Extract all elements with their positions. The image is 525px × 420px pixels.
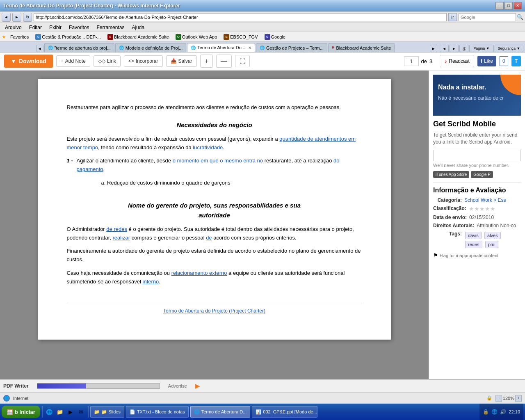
- flag-link[interactable]: Flag for inappropriate content: [440, 253, 499, 258]
- tab-1-icon: 🌐: [119, 46, 124, 50]
- pdf-writer-bar: PDF Writer Advertise ▶: [0, 379, 525, 392]
- download-button[interactable]: ▼ Download: [4, 55, 53, 68]
- back-button[interactable]: ◄: [2, 13, 11, 22]
- taskbar-right: 🔒 🌐 🔊 22:10: [479, 404, 523, 420]
- fav-outlook-icon: O: [176, 34, 181, 40]
- tags-container: davis alves redes pmi: [464, 231, 521, 249]
- download-icon: ▼: [11, 58, 16, 64]
- status-bar: 🌐 Internet 🔒 − 120% +: [0, 392, 525, 404]
- link-button[interactable]: ◇◇ Link: [94, 55, 121, 67]
- section1-para: Este projeto será desenvolvido a fim de …: [67, 135, 362, 152]
- tag-pmi[interactable]: pmi: [485, 241, 498, 248]
- favorites-label[interactable]: Favoritos: [8, 34, 31, 40]
- forward-button[interactable]: ►: [12, 13, 21, 22]
- page-indicator: de 3: [404, 56, 433, 66]
- section1-heading: Necessidades do negócio: [67, 120, 362, 130]
- title-text: Termo de Abertura Do Projeto (Project Ch…: [3, 3, 180, 9]
- tab-3[interactable]: 🌐 Gestão de Projetos – Term...: [256, 43, 327, 52]
- menu-arquivo[interactable]: Arquivo: [2, 24, 25, 31]
- tab-scroll-right[interactable]: ►: [430, 45, 437, 52]
- facebook-icon: f: [481, 58, 482, 64]
- document-area[interactable]: Restaurantes para agilizar o processo de…: [0, 71, 429, 379]
- ad-banner[interactable]: Nada a instalar. Não é necessário cartão…: [433, 75, 521, 116]
- info-row-classificacao: Classificação: ★★★★★: [433, 205, 521, 212]
- zoom-in-button[interactable]: +: [200, 55, 213, 68]
- title-bar: Termo de Abertura Do Projeto (Project Ch…: [0, 0, 525, 11]
- taskbar-icon-folder[interactable]: 📁: [55, 407, 65, 417]
- taskbar-notepad[interactable]: 📄 TXT.txt - Bloco de notas: [126, 406, 189, 418]
- menu-editar[interactable]: Editar: [26, 24, 45, 31]
- address-input[interactable]: [34, 13, 447, 21]
- zoom-in-status[interactable]: +: [515, 395, 522, 402]
- maximize-button[interactable]: □: [504, 2, 513, 9]
- fav-outlook[interactable]: O Outlook Web App: [173, 33, 219, 41]
- categoria-label: Categoria:: [433, 197, 462, 203]
- doc-footer-link[interactable]: Termo de Abertura do Projeto (Project Ch…: [163, 308, 265, 314]
- tab-4[interactable]: B Blackboard Academic Suite: [328, 43, 395, 52]
- tab-1[interactable]: 🌐 Modelo e definição de Proj...: [115, 43, 186, 52]
- start-button[interactable]: 🪟 b Iniciar: [2, 406, 40, 418]
- page-number-input[interactable]: [404, 56, 419, 66]
- salvar-button[interactable]: 📥 Salvar: [166, 55, 197, 67]
- facebook-like-button[interactable]: f Like: [477, 56, 496, 66]
- fullscreen-button[interactable]: ⛶: [235, 55, 250, 67]
- tab-toolbar-security[interactable]: Segurança ▼: [495, 45, 523, 52]
- tab-toolbar-print[interactable]: 🖨: [459, 45, 468, 52]
- readcast-button[interactable]: ♪ Readcast: [440, 55, 474, 67]
- get-scribd-title: Get Scribd Mobile: [433, 120, 521, 128]
- taskbar-icon-mail[interactable]: ✉: [76, 407, 86, 417]
- tab-toolbar-left[interactable]: ◄: [440, 45, 449, 52]
- salvar-icon: 📥: [171, 58, 177, 64]
- tab-toolbar-page[interactable]: Página ▼: [469, 45, 494, 52]
- taskbar-ie-icon: 🌐: [194, 409, 200, 415]
- taskbar-slides[interactable]: 📁 📁 Slides: [90, 406, 124, 418]
- tab-2[interactable]: 🌐 Termo de Abertura Do ... ✕: [187, 43, 255, 52]
- phone-hint: We'll never share your phone number.: [433, 163, 521, 168]
- taskbar-icon-ie[interactable]: 🌐: [44, 407, 54, 417]
- fav-blackboard[interactable]: B Blackboard Academic Suite: [105, 33, 171, 41]
- tab-0-icon: 🌐: [48, 46, 53, 50]
- menu-favoritos[interactable]: Favoritos: [66, 24, 92, 31]
- tab-0[interactable]: 🌐 "termo de abertura do proj...: [44, 43, 114, 52]
- tab-toolbar-right[interactable]: ►: [450, 45, 459, 52]
- tab-scroll-left[interactable]: ◄: [36, 45, 43, 52]
- tag-davis[interactable]: davis: [465, 232, 482, 239]
- favorites-star-icon: ★: [2, 34, 6, 40]
- menu-ajuda[interactable]: Ajuda: [128, 24, 148, 31]
- tag-alves[interactable]: alves: [484, 232, 501, 239]
- google-play-badge[interactable]: Google P: [471, 171, 493, 178]
- tab-2-close[interactable]: ✕: [248, 46, 251, 50]
- fav-blackboard-icon: B: [107, 34, 113, 40]
- add-note-button[interactable]: + Add Note: [56, 55, 90, 67]
- info-section: Informação e Avaliação Categoria: School…: [433, 182, 521, 258]
- fav-google[interactable]: G Google: [262, 33, 288, 41]
- twitter-button[interactable]: T: [511, 56, 521, 66]
- close-button[interactable]: ✕: [514, 2, 522, 9]
- categoria-value[interactable]: School Work > Ess: [464, 197, 506, 203]
- zoom-out-status[interactable]: −: [495, 395, 502, 402]
- phone-input[interactable]: [433, 150, 521, 161]
- pdf-progress-bar: [37, 383, 160, 389]
- taskbar-ie-active[interactable]: 🌐 Termo de Abertura D...: [190, 406, 251, 418]
- info-row-tags: Tags: davis alves redes pmi: [433, 231, 521, 249]
- zoom-out-button[interactable]: —: [216, 55, 232, 68]
- search-input[interactable]: [459, 13, 516, 21]
- info-row-direitos: Direitos Autorais: Attribution Non-co: [433, 223, 521, 228]
- fav-ebsco[interactable]: E EBSCO_FGV: [221, 33, 260, 41]
- fav-gestao[interactable]: G Gestão & Produção .. DEP-...: [33, 33, 103, 41]
- menu-ferramentas[interactable]: Ferramentas: [93, 24, 128, 31]
- ads-label: Advertise: [168, 383, 187, 388]
- incorporar-button[interactable]: <> Incorporar: [124, 55, 163, 67]
- minimize-button[interactable]: —: [495, 2, 504, 9]
- tag-redes[interactable]: redes: [465, 241, 482, 248]
- menu-exibir[interactable]: Exibir: [46, 24, 65, 31]
- taskbar-icon-media[interactable]: ▶: [66, 407, 75, 417]
- tab-2-icon: 🌐: [191, 46, 196, 50]
- tab-bar: ◄ 🌐 "termo de abertura do proj... 🌐 Mode…: [0, 42, 525, 52]
- taskbar-ppt[interactable]: 📊 002_GP&E.ppt [Modo de...: [252, 406, 317, 418]
- favorites-bar: ★ Favoritos G Gestão & Produção .. DEP-.…: [0, 32, 525, 42]
- refresh-button[interactable]: ↻: [23, 13, 32, 22]
- list-item-1: 1 - Agilizar o atendimento ao cliente, d…: [67, 157, 362, 192]
- itunes-badge[interactable]: iTunes App Store: [433, 171, 469, 178]
- go-button[interactable]: Ir: [448, 13, 457, 21]
